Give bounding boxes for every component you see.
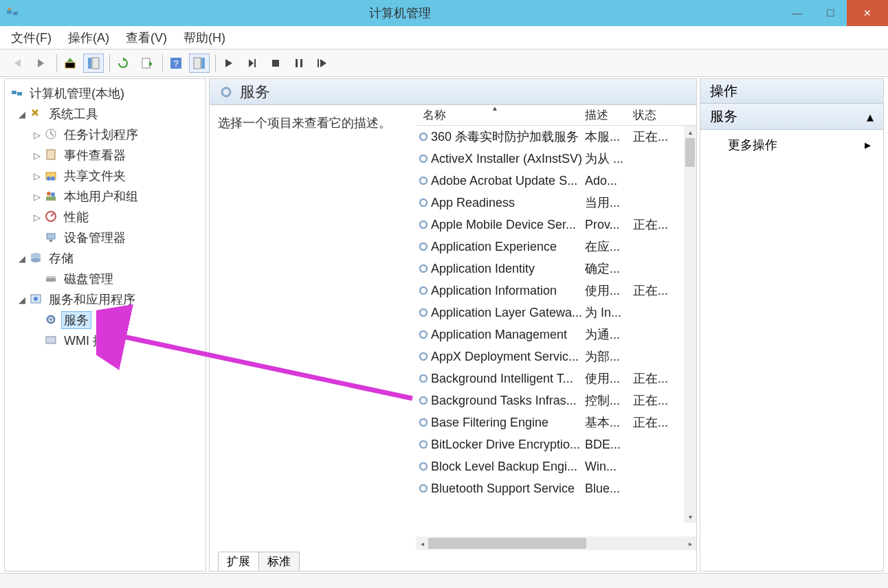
service-row[interactable]: Apple Mobile Device Ser...Prov...正在... [416, 214, 696, 236]
action-sub-header[interactable]: 服务 ▴ [700, 104, 883, 130]
service-row[interactable]: Background Intelligent T...使用...正在... [416, 368, 696, 389]
show-action-pane-button[interactable] [189, 54, 210, 73]
collapse-icon[interactable]: ◢ [17, 109, 27, 120]
service-name: Application Experience [431, 240, 585, 254]
tree-disk-management[interactable]: 磁盘管理 [8, 269, 203, 289]
service-desc: 使用... [585, 370, 633, 387]
stop-service-button[interactable] [265, 54, 286, 73]
service-row[interactable]: Application Experience在应... [416, 236, 696, 258]
tree-services[interactable]: 服务 [8, 310, 203, 330]
svg-point-54 [420, 309, 427, 316]
pause-service-button[interactable] [289, 54, 309, 73]
tree-system-tools[interactable]: ◢ 系统工具 [8, 104, 203, 124]
service-status: 正在... [633, 392, 670, 409]
nav-back-button[interactable] [7, 54, 27, 73]
service-row[interactable]: Application Identity确定... [416, 258, 696, 280]
tab-extended[interactable]: 扩展 [218, 552, 259, 571]
minimize-button[interactable]: — [781, 0, 814, 26]
service-row[interactable]: Base Filtering Engine基本...正在... [416, 411, 696, 433]
tree-performance[interactable]: ▷ 性能 [8, 207, 203, 227]
svg-point-47 [420, 155, 427, 162]
scroll-down-button[interactable]: ▾ [684, 510, 696, 523]
svg-rect-25 [47, 150, 55, 159]
expand-icon[interactable]: ▷ [32, 212, 42, 223]
service-row[interactable]: BitLocker Drive Encryptio...BDE... [416, 433, 696, 455]
scroll-track[interactable] [428, 536, 684, 550]
svg-point-58 [420, 397, 427, 404]
tree-storage[interactable]: ◢ 存储 [8, 248, 203, 269]
refresh-button[interactable] [113, 54, 133, 73]
restart-service-button[interactable] [312, 54, 333, 73]
action-more[interactable]: 更多操作 ▸ [700, 130, 883, 160]
export-button[interactable] [136, 54, 157, 73]
service-desc: 为部... [585, 348, 633, 365]
tree-label: 设备管理器 [61, 229, 129, 247]
service-row[interactable]: App Readiness当用... [416, 192, 696, 214]
scroll-right-button[interactable]: ▸ [684, 540, 696, 547]
svg-point-45 [222, 88, 230, 96]
scroll-thumb[interactable] [428, 538, 586, 549]
close-button[interactable]: ✕ [847, 0, 888, 26]
expand-icon[interactable]: ▷ [32, 171, 42, 181]
service-status: 正在... [633, 414, 670, 431]
collapse-icon[interactable]: ◢ [17, 253, 27, 264]
gear-icon [416, 395, 431, 406]
column-name[interactable]: 名称 ▲ [416, 107, 585, 123]
svg-rect-0 [7, 10, 12, 14]
service-row[interactable]: ActiveX Installer (AxInstSV)为从 ... [416, 148, 696, 170]
collapse-icon[interactable]: ◢ [17, 295, 27, 305]
service-name: BitLocker Drive Encryptio... [431, 438, 585, 452]
tree-wmi[interactable]: WMI 控件 [8, 330, 203, 351]
tree-task-scheduler[interactable]: ▷ 任务计划程序 [8, 124, 203, 145]
column-desc[interactable]: 描述 [585, 107, 633, 123]
menu-view[interactable]: 查看(V) [126, 30, 167, 46]
service-row[interactable]: Background Tasks Infras...控制...正在... [416, 389, 696, 411]
service-row[interactable]: Application Management为通... [416, 324, 696, 346]
service-name: AppX Deployment Servic... [431, 350, 585, 364]
up-button[interactable] [60, 54, 80, 73]
gear-icon [416, 461, 431, 472]
maximize-button[interactable]: ☐ [814, 0, 847, 26]
service-name: Base Filtering Engine [431, 416, 585, 430]
expand-icon[interactable]: ▷ [32, 130, 42, 140]
menu-action[interactable]: 操作(A) [68, 30, 109, 46]
tree-shared-folders[interactable]: ▷ 共享文件夹 [8, 166, 203, 186]
scroll-left-button[interactable]: ◂ [416, 540, 428, 547]
tab-standard[interactable]: 标准 [258, 552, 300, 571]
service-desc: Ado... [585, 174, 633, 188]
service-row[interactable]: AppX Deployment Servic...为部... [416, 346, 696, 368]
expand-icon[interactable]: ▷ [32, 150, 42, 161]
service-row[interactable]: Block Level Backup Engi...Win... [416, 455, 696, 477]
show-console-tree-button[interactable] [83, 54, 104, 73]
menu-file[interactable]: 文件(F) [11, 30, 52, 46]
tree-label: WMI 控件 [61, 332, 120, 350]
menu-help[interactable]: 帮助(H) [184, 30, 225, 46]
svg-marker-14 [225, 59, 232, 67]
column-status[interactable]: 状态 [633, 107, 670, 123]
service-row[interactable]: 360 杀毒实时防护加载服务本服...正在... [416, 126, 696, 148]
svg-point-48 [420, 177, 427, 184]
tree-event-viewer[interactable]: ▷ 事件查看器 [8, 145, 203, 166]
service-desc: BDE... [585, 438, 633, 452]
gear-icon [416, 197, 431, 208]
tree-root[interactable]: 计算机管理(本地) [8, 83, 203, 104]
list-rows: 360 杀毒实时防护加载服务本服...正在...ActiveX Installe… [416, 126, 696, 536]
start-service-button[interactable] [219, 54, 239, 73]
horizontal-scrollbar[interactable]: ◂ ▸ [416, 536, 696, 550]
service-name: Bluetooth Support Service [431, 482, 585, 496]
tree-device-manager[interactable]: 设备管理器 [8, 227, 203, 248]
scroll-up-button[interactable]: ▴ [684, 126, 696, 138]
scroll-thumb[interactable] [685, 138, 695, 167]
vertical-scrollbar[interactable]: ▴ ▾ [684, 126, 696, 523]
tree-local-users[interactable]: ▷ 本地用户和组 [8, 186, 203, 207]
help-button[interactable]: ? [166, 54, 186, 73]
service-row[interactable]: Application Information使用...正在... [416, 280, 696, 302]
tree-services-apps[interactable]: ◢ 服务和应用程序 [8, 289, 203, 310]
svg-rect-1 [13, 12, 18, 15]
service-row[interactable]: Adobe Acrobat Update S...Ado... [416, 170, 696, 192]
service-row[interactable]: Bluetooth Support ServiceBlue... [416, 477, 696, 499]
step-button[interactable] [242, 54, 263, 73]
nav-forward-button[interactable] [30, 54, 51, 73]
expand-icon[interactable]: ▷ [32, 192, 42, 202]
service-row[interactable]: Application Layer Gatewa...为 In... [416, 302, 696, 324]
